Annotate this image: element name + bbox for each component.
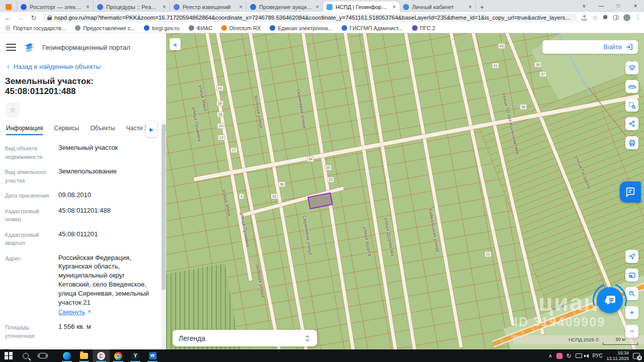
chevron-left-icon: ‹ xyxy=(7,62,10,70)
share-icon[interactable] xyxy=(581,15,588,21)
share-map-button[interactable] xyxy=(625,117,638,130)
layers-button[interactable] xyxy=(625,61,638,74)
bookmark-star-icon[interactable]: ☆ xyxy=(592,14,598,21)
measure-button[interactable] xyxy=(625,80,638,93)
watermark-brand: циан xyxy=(538,289,599,316)
map-canvas[interactable]: улица Мира улица Пушкина Зелёная улица С… xyxy=(166,33,644,349)
login-button[interactable]: Войти xyxy=(542,40,638,54)
taskbar-clock[interactable]: 15:34 13.11.2025 xyxy=(607,350,629,361)
tab-favicon xyxy=(403,4,409,10)
print-button[interactable] xyxy=(625,136,638,149)
panel-header: Геоинформационный портал xyxy=(0,33,166,53)
panel-collapse-button[interactable]: « xyxy=(170,38,181,50)
tab-favicon xyxy=(97,4,103,10)
bookmark-item[interactable]: ФИАС xyxy=(189,25,212,31)
taskbar-chrome-icon[interactable] xyxy=(110,349,127,362)
bookmark-item[interactable]: ПГС 2 xyxy=(412,25,436,31)
minimap-button[interactable] xyxy=(625,268,638,282)
bookmark-favicon xyxy=(189,25,194,31)
locate-button[interactable] xyxy=(625,250,638,263)
tab-close-icon[interactable]: × xyxy=(163,4,166,11)
task-view-icon[interactable] xyxy=(34,349,51,362)
taskbar-crypto-app-icon[interactable]: C xyxy=(93,349,110,362)
browser-tab-strip: Росэлторг — электронная торг × Процедуры… xyxy=(0,0,644,12)
tab-close-icon[interactable]: × xyxy=(315,4,319,11)
bookmark-label: Портал государств... xyxy=(13,25,66,31)
tab-favicon xyxy=(21,4,27,10)
browser-tab[interactable]: Росэлторг — электронная торг × xyxy=(17,2,94,12)
notification-count-badge: 4 xyxy=(637,355,642,360)
info-row: Вид земельного участка Землепользование xyxy=(5,167,153,185)
tray-expand-icon[interactable]: ∧ xyxy=(548,353,552,358)
browser-tab-pinned[interactable] xyxy=(0,2,17,12)
tab-title: Процедуры :: Реализация госи xyxy=(106,4,159,10)
browser-tab[interactable]: Личный кабинет × xyxy=(399,2,476,12)
extensions-icon[interactable] xyxy=(602,15,608,21)
tab-close-icon[interactable]: × xyxy=(392,4,396,11)
tray-pink-app-icon[interactable] xyxy=(556,353,562,359)
menu-burger-icon[interactable] xyxy=(6,44,16,51)
zoom-in-button[interactable]: + xyxy=(625,306,638,319)
profile-avatar[interactable] xyxy=(623,14,630,21)
printer-icon xyxy=(628,139,636,147)
parcel-number-badge: 43 xyxy=(498,43,505,49)
zoom-out-button[interactable]: − xyxy=(625,325,638,338)
parcel-number-badge: 4 xyxy=(239,194,244,199)
parcel-number-badge: 17 xyxy=(230,147,237,153)
browser-tab-active[interactable]: НСПД | Геоинформационный п × xyxy=(323,2,399,12)
address-bar[interactable]: nspd.gov.ru/map?thematic=PKK&zoom=16.717… xyxy=(42,14,577,22)
window-close-icon[interactable]: × xyxy=(627,0,644,12)
bookmark-item[interactable]: torgi.gov.ru xyxy=(144,25,179,31)
tray-sync-icon[interactable]: ↻ xyxy=(567,352,572,359)
taskbar-word-icon[interactable]: W xyxy=(144,349,161,362)
tab-services[interactable]: Сервисы xyxy=(54,125,79,135)
tab-close-icon[interactable]: × xyxy=(239,4,243,11)
browser-tab[interactable]: Реестр извещений × xyxy=(170,2,247,12)
bookmark-item[interactable]: Предоставление с... xyxy=(75,25,135,31)
bookmark-item[interactable]: Портал государств... xyxy=(5,25,66,31)
search-on-map-button[interactable] xyxy=(625,287,638,300)
taskbar-explorer-icon[interactable] xyxy=(75,349,93,362)
parcel-info-list: Вид объекта недвижимости Земельный участ… xyxy=(0,135,166,349)
chat-fab-button[interactable] xyxy=(597,287,623,313)
taskbar-edge-icon[interactable] xyxy=(58,349,75,362)
window-maximize-icon[interactable]: □ xyxy=(610,0,627,12)
notifications-icon[interactable]: 4 xyxy=(633,353,640,359)
forward-icon[interactable]: → xyxy=(16,14,25,22)
tab-title: Проведение аукциона в элект xyxy=(259,4,312,10)
back-to-results-link[interactable]: ‹ Назад в найденные объекты xyxy=(0,53,166,70)
new-tab-button[interactable]: + xyxy=(476,2,488,12)
tab-close-icon[interactable]: × xyxy=(468,4,472,11)
parcel-number-badge: 25 xyxy=(325,165,332,170)
taskbar-yandex-icon[interactable]: Y xyxy=(127,349,144,362)
bookmark-favicon xyxy=(342,25,347,31)
back-icon[interactable]: ← xyxy=(3,14,12,22)
favorite-star-button[interactable]: ☆ xyxy=(5,103,20,118)
panel-scrollbar-thumb[interactable] xyxy=(162,124,166,290)
sketch-callout-button[interactable] xyxy=(620,182,641,203)
tab-objects[interactable]: Объекты xyxy=(90,125,115,135)
start-button[interactable] xyxy=(0,349,17,362)
browser-tab[interactable]: Проведение аукциона в элект × xyxy=(247,2,323,12)
browser-tab[interactable]: Процедуры :: Реализация госи × xyxy=(94,2,170,12)
window-menu-icon[interactable]: ∨ xyxy=(576,0,593,12)
menu-kebab-icon[interactable]: ⋮ xyxy=(635,14,641,21)
tray-network-icon[interactable] xyxy=(576,353,582,358)
tab-close-icon[interactable]: × xyxy=(86,4,90,11)
window-minimize-icon[interactable]: — xyxy=(593,0,610,12)
tabs-scroll-right-icon[interactable]: ▶ xyxy=(146,122,157,137)
bookmark-item[interactable]: ГИСГМП Админист... xyxy=(342,25,403,31)
clock-date: 13.11.2025 xyxy=(607,356,629,361)
info-label: Кадастровый квартал xyxy=(5,230,55,247)
tab-information[interactable]: Информация xyxy=(6,125,43,135)
taskbar-search-icon[interactable] xyxy=(17,349,34,362)
bookmark-item[interactable]: Directum RX xyxy=(221,25,261,31)
select-area-button[interactable] xyxy=(625,99,638,112)
tray-volume-icon[interactable] xyxy=(586,354,589,358)
sidepanel-icon[interactable] xyxy=(613,15,619,21)
collapse-address-link[interactable]: Свернуть xyxy=(58,309,91,316)
bookmark-item[interactable]: Единая электронна... xyxy=(270,25,333,31)
legend-dropdown[interactable]: Легенда xyxy=(173,330,317,346)
language-indicator[interactable]: РУС xyxy=(593,353,603,358)
reload-icon[interactable]: ↻ xyxy=(29,14,38,22)
